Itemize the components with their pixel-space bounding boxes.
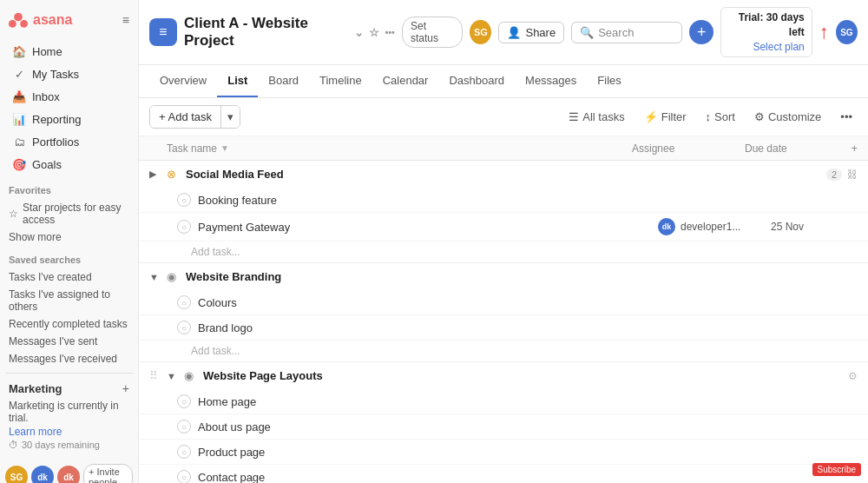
sort-label: Sort: [714, 110, 735, 123]
task-toolbar: + Add task ▾ ☰ All tasks ⚡ Filter ↕ Sort…: [139, 98, 868, 136]
filter-button[interactable]: ⚡ Filter: [639, 108, 692, 126]
check-icon: ○: [181, 397, 187, 407]
task-name-home-page: Home page: [198, 395, 658, 408]
sidebar-item-home[interactable]: 🏠 Home: [3, 41, 135, 63]
table-row[interactable]: ○ Contact page: [139, 465, 868, 483]
group-header-website-page-layouts[interactable]: ⠿ ▼ ◉ Website Page Layouts ⚙: [139, 362, 868, 389]
saved-tasks-assigned-others[interactable]: Tasks I've assigned to others: [0, 286, 138, 315]
table-row[interactable]: ○ Payment Gateway dk developer1... 25 No…: [139, 213, 868, 242]
tab-dashboard[interactable]: Dashboard: [438, 65, 515, 97]
assignee-name: developer1...: [681, 221, 740, 233]
tab-list[interactable]: List: [217, 65, 258, 97]
group-link-icon: ⛓: [847, 169, 858, 181]
avatar-developer: dk: [658, 218, 675, 235]
all-tasks-button[interactable]: ☰ All tasks: [563, 108, 629, 126]
add-task-button[interactable]: + Add task ▾: [149, 105, 240, 129]
task-check-about-us[interactable]: ○: [177, 420, 191, 433]
task-name-about-us: About us page: [198, 420, 658, 433]
chevron-down-icon[interactable]: ⌄: [354, 26, 364, 39]
check-icon: ✓: [12, 68, 26, 81]
table-row[interactable]: ○ Product page: [139, 440, 868, 465]
star-icon: ☆: [9, 208, 18, 220]
sidebar-item-label-goals: Goals: [32, 158, 62, 171]
tab-board[interactable]: Board: [258, 65, 309, 97]
marketing-add-button[interactable]: +: [122, 381, 129, 395]
invite-people-button[interactable]: + Invite people: [83, 464, 133, 483]
share-button[interactable]: 👤 Share: [498, 22, 564, 43]
sort-button[interactable]: ↕ Sort: [700, 108, 740, 126]
table-row[interactable]: ○ Booking feature: [139, 188, 868, 213]
customize-button[interactable]: ⚙ Customize: [749, 108, 826, 126]
tab-messages[interactable]: Messages: [515, 65, 587, 97]
marketing-trial-text: Marketing is currently in trial.: [5, 398, 133, 426]
star-icon[interactable]: ☆: [369, 26, 379, 39]
sidebar-item-label-portfolios: Portfolios: [32, 136, 79, 149]
group-badge-social-media-feed: 2: [826, 169, 842, 181]
add-task-label[interactable]: + Add task: [150, 106, 221, 128]
task-check-payment[interactable]: ○: [177, 220, 191, 234]
tab-files[interactable]: Files: [587, 65, 631, 97]
table-row[interactable]: ○ Brand logo: [139, 315, 868, 341]
task-group-website-page-layouts: ⠿ ▼ ◉ Website Page Layouts ⚙ ○ Home page…: [139, 362, 868, 483]
trial-days-remaining: ⏱ 30 days remaining: [5, 438, 133, 452]
check-icon: ○: [181, 422, 187, 432]
show-more-link[interactable]: Show more: [0, 228, 138, 246]
group-header-social-media-feed[interactable]: ▶ ⊗ Social Media Feed 2 ⛓: [139, 161, 868, 188]
saved-messages-sent[interactable]: Messages I've sent: [0, 333, 138, 350]
task-check-brand-logo[interactable]: ○: [177, 321, 191, 334]
sidebar-item-inbox[interactable]: 📥 Inbox: [3, 86, 135, 108]
more-icon[interactable]: •••: [385, 27, 395, 37]
favorites-star-projects[interactable]: ☆ Star projects for easy access: [0, 199, 138, 228]
customize-label: Customize: [768, 110, 821, 123]
subscribe-badge[interactable]: Subscribe: [812, 463, 861, 476]
portfolios-icon: 🗂: [12, 136, 26, 149]
tab-timeline[interactable]: Timeline: [309, 65, 372, 97]
sidebar-item-my-tasks[interactable]: ✓ My Tasks: [3, 63, 135, 85]
all-tasks-label: All tasks: [582, 110, 624, 123]
select-plan-link[interactable]: Select plan: [728, 40, 805, 55]
sidebar-item-reporting[interactable]: 📊 Reporting: [3, 109, 135, 130]
user-avatar-sg: SG: [470, 20, 491, 44]
sidebar-item-portfolios[interactable]: 🗂 Portfolios: [3, 131, 135, 153]
group-title-website-page-layouts: Website Page Layouts: [203, 369, 843, 382]
group-header-website-branding[interactable]: ▼ ◉ Website Branding: [139, 263, 868, 290]
task-group-website-branding: ▼ ◉ Website Branding ○ Colours ○ Brand l…: [139, 263, 868, 362]
saved-tasks-created[interactable]: Tasks I've created: [0, 268, 138, 286]
saved-recently-completed[interactable]: Recently completed tasks: [0, 315, 138, 333]
table-row[interactable]: ○ About us page: [139, 414, 868, 440]
table-row[interactable]: ○ Home page: [139, 389, 868, 414]
add-task-dropdown-icon[interactable]: ▾: [221, 106, 240, 128]
task-check-contact-page[interactable]: ○: [177, 470, 191, 483]
trial-title: Trial: 30 days left: [728, 10, 805, 40]
group-chevron-icon: ▼: [149, 272, 161, 282]
task-check-product-page[interactable]: ○: [177, 445, 191, 459]
sidebar-collapse-button[interactable]: ≡: [122, 13, 129, 27]
marketing-header: Marketing +: [5, 379, 133, 398]
settings-gear-icon[interactable]: ⚙: [848, 370, 858, 382]
task-check-home-page[interactable]: ○: [177, 394, 191, 408]
task-group-social-media-feed: ▶ ⊗ Social Media Feed 2 ⛓ ○ Booking feat…: [139, 161, 868, 263]
marketing-title: Marketing: [9, 382, 62, 395]
user-avatar-main[interactable]: SG: [836, 20, 858, 44]
add-task-website-branding[interactable]: Add task...: [139, 341, 868, 361]
tab-overview[interactable]: Overview: [149, 65, 217, 97]
learn-more-link[interactable]: Learn more: [5, 426, 133, 438]
add-task-social-media[interactable]: Add task...: [139, 242, 868, 262]
filter-label: Filter: [661, 110, 687, 123]
sidebar-logo: asana ≡: [0, 0, 138, 40]
tab-calendar[interactable]: Calendar: [372, 65, 439, 97]
table-row[interactable]: ○ Colours: [139, 290, 868, 315]
global-add-button[interactable]: +: [689, 20, 713, 44]
drag-handle-icon[interactable]: ⠿: [149, 369, 158, 382]
avatar-dk2: dk: [57, 466, 80, 483]
search-box[interactable]: 🔍 Search: [571, 22, 682, 43]
set-status-button[interactable]: Set status: [402, 17, 463, 48]
group-title-social-media-feed: Social Media Feed: [186, 168, 821, 181]
project-menu-button[interactable]: ≡: [149, 18, 177, 46]
task-check-colours[interactable]: ○: [177, 295, 191, 309]
more-options-button[interactable]: •••: [835, 108, 858, 126]
saved-messages-received[interactable]: Messages I've received: [0, 350, 138, 367]
sidebar-item-goals[interactable]: 🎯 Goals: [3, 154, 135, 175]
task-check-booking[interactable]: ○: [177, 193, 191, 207]
add-column-button[interactable]: +: [832, 142, 858, 155]
